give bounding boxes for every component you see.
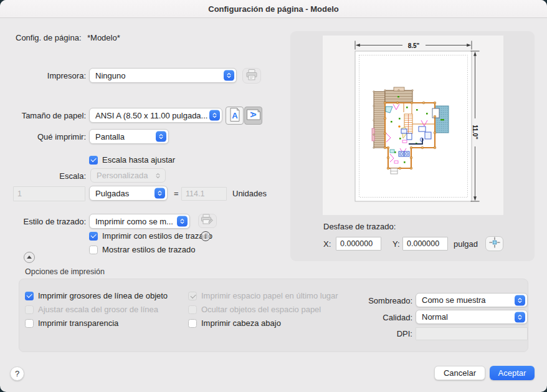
shade-select-value: Como se muestra: [422, 295, 486, 305]
checkbox-box: [188, 292, 197, 300]
what-to-print-select[interactable]: Pantalla: [89, 129, 169, 144]
checkbox-label: Imprimir cabeza abajo: [201, 318, 281, 328]
checkbox-box: [89, 156, 98, 165]
page-setup-value: *Modelo*: [87, 33, 120, 42]
orientation-portrait-button[interactable]: A: [226, 107, 244, 125]
plot-style-label: Estilo de trazado:: [0, 217, 86, 226]
popup-stepper-icon: [224, 70, 234, 81]
checkbox-box: [89, 246, 98, 254]
cancel-button-label: Cancelar: [444, 368, 476, 378]
scale-factor-value: 1: [17, 189, 22, 198]
print-options-title: Opciones de impresión: [25, 267, 105, 276]
checkbox-box: [25, 319, 34, 328]
scale-units-value: 114.1: [186, 189, 204, 198]
printer-properties-button[interactable]: [242, 68, 261, 84]
help-button[interactable]: ?: [10, 366, 24, 381]
checkbox-label: Mostrar estilos de trazado: [102, 245, 196, 254]
popup-stepper-icon: [515, 295, 525, 305]
paper-width-value: 8.5": [408, 42, 420, 49]
scale-units-field: 114.1: [181, 187, 227, 201]
offset-y-label: Y:: [392, 239, 400, 249]
dpi-label: DPI:: [299, 329, 412, 338]
width-dimension: 8.5": [355, 41, 472, 50]
checkbox-label: Ajustar escala del grosor de línea: [38, 305, 158, 314]
edit-plot-style-button[interactable]: [198, 214, 217, 228]
print-upside-down-checkbox[interactable]: Imprimir cabeza abajo: [188, 318, 281, 328]
what-to-print-select-value: Pantalla: [95, 132, 125, 141]
orientation-landscape-button[interactable]: A: [244, 107, 262, 125]
checkbox-box: [89, 232, 98, 241]
scale-preset-select: Personalizada: [90, 168, 166, 183]
accept-button-label: Aceptar: [498, 368, 526, 378]
offset-y-field[interactable]: 0.000000: [402, 237, 448, 251]
accept-button[interactable]: Aceptar: [490, 366, 535, 380]
plot-with-styles-checkbox[interactable]: Imprimir con estilos de trazado: [89, 231, 212, 241]
checkbox-label: Escala hasta ajustar: [102, 155, 175, 165]
checkbox-label: Imprimir grosores de línea de objeto: [38, 291, 168, 300]
paper-size-select[interactable]: ANSI A (8.50 x 11.00 pulgada...: [89, 108, 222, 123]
scale-preset-value: Personalizada: [97, 171, 148, 180]
center-plot-icon: [488, 236, 501, 251]
window-title: Configuración de página - Modelo: [208, 4, 338, 14]
scale-label: Escala:: [0, 171, 86, 181]
help-glyph: ?: [15, 369, 19, 378]
popup-stepper-icon: [515, 312, 525, 322]
quality-label: Calidad:: [299, 313, 412, 322]
shade-select[interactable]: Como se muestra: [416, 293, 528, 307]
paper-size-label: Tamaño de papel:: [0, 111, 86, 120]
print-transparency-checkbox[interactable]: Imprimir transparencia: [25, 318, 118, 328]
offset-x-label: X:: [323, 239, 331, 249]
popup-stepper-icon: [155, 188, 165, 199]
info-icon[interactable]: i: [201, 231, 211, 241]
portrait-page-icon: A: [229, 107, 241, 125]
checkbox-box: [188, 305, 197, 314]
page-setup-dialog: Configuración de página - Modelo Config.…: [0, 0, 547, 392]
quality-select-value: Normal: [422, 312, 448, 322]
collapse-options-button[interactable]: [24, 252, 35, 263]
center-plot-button[interactable]: [485, 236, 503, 251]
checkbox-box: [188, 319, 197, 328]
plot-style-select[interactable]: Imprimir como se m...: [89, 214, 190, 229]
scale-lineweights-checkbox: Ajustar escala del grosor de línea: [25, 304, 158, 315]
offset-x-field[interactable]: 0.000000: [336, 237, 381, 251]
svg-text:A: A: [249, 112, 258, 118]
equals-sign: =: [174, 189, 179, 198]
paper-size-select-value: ANSI A (8.50 x 11.00 pulgada...: [95, 111, 207, 120]
popup-stepper-icon: [209, 110, 220, 121]
shade-label: Sombreado:: [299, 296, 412, 305]
popup-stepper-icon: [153, 170, 163, 181]
show-plot-styles-checkbox[interactable]: Mostrar estilos de trazado: [89, 244, 196, 255]
printer-select-value: Ninguno: [95, 71, 125, 80]
checkbox-box: [25, 305, 34, 314]
info-glyph: i: [205, 232, 206, 240]
scale-unit-select[interactable]: Pulgadas: [89, 186, 168, 201]
plot-style-select-value: Imprimir como se m...: [95, 217, 173, 226]
scale-unit-value: Pulgadas: [95, 189, 129, 198]
dpi-field: [416, 327, 528, 340]
printer-label: Impresora:: [0, 71, 86, 80]
svg-text:A: A: [232, 110, 238, 120]
quality-select[interactable]: Normal: [416, 310, 528, 324]
checkbox-label: Imprimir transparencia: [38, 318, 118, 328]
height-dimension: 11.0": [471, 51, 480, 201]
popup-stepper-icon: [177, 216, 188, 227]
offset-units-label: pulgad: [454, 239, 478, 249]
offset-x-value: 0.000000: [340, 239, 373, 248]
fit-to-paper-checkbox[interactable]: Escala hasta ajustar: [89, 155, 175, 165]
printer-select[interactable]: Ninguno: [89, 68, 237, 83]
offset-y-value: 0.000000: [407, 239, 439, 248]
popup-stepper-icon: [156, 131, 166, 142]
printer-icon: [245, 69, 259, 84]
title-bar[interactable]: Configuración de página - Modelo: [0, 0, 547, 18]
checkbox-box: [25, 292, 34, 300]
paper-preview: 8.5" 11.0": [323, 36, 503, 215]
units-label: Unidades: [232, 189, 267, 198]
cancel-button[interactable]: Cancelar: [434, 366, 485, 380]
printer-edit-icon: [200, 214, 215, 228]
landscape-page-icon: A: [246, 107, 261, 125]
plot-offset-title: Desfase de trazado:: [323, 222, 396, 231]
page-setup-label: Config. de página:: [16, 33, 82, 42]
checkbox-label: Imprimir con estilos de trazado: [102, 231, 212, 241]
print-lineweights-checkbox[interactable]: Imprimir grosores de línea de objeto: [25, 290, 168, 301]
paper-height-value: 11.0": [472, 125, 478, 140]
